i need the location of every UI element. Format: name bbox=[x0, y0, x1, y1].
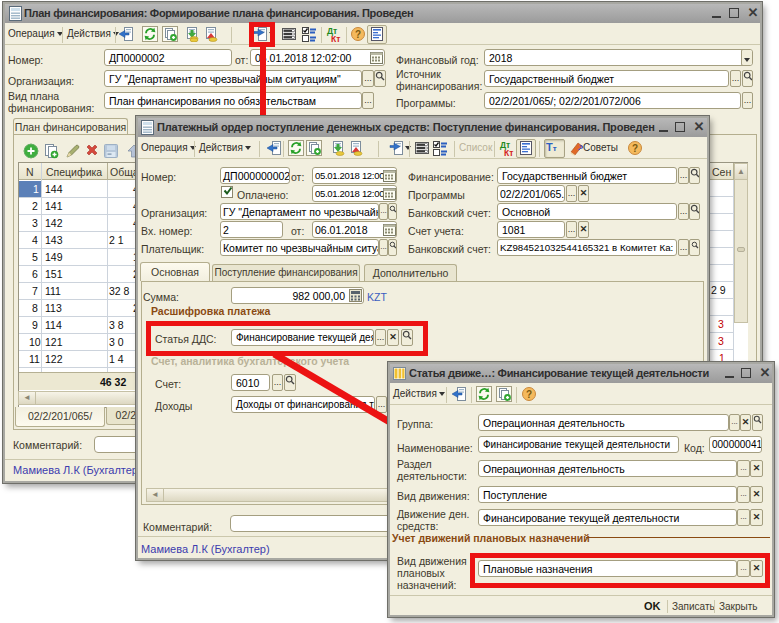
svg-text:?: ? bbox=[526, 389, 532, 400]
svg-text:?: ? bbox=[355, 29, 361, 40]
svg-text:?: ? bbox=[632, 143, 638, 154]
